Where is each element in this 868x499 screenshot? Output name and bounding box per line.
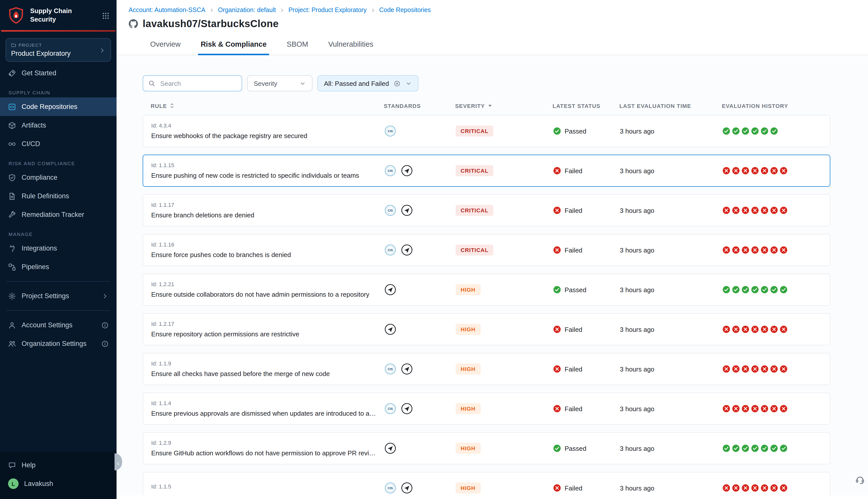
history-fail-icon — [722, 405, 731, 413]
rule-id: Id: 1.1.16 — [151, 242, 384, 247]
history-fail-icon — [751, 484, 759, 492]
rule-definitions-icon — [8, 192, 16, 200]
history-pass-icon — [732, 285, 740, 294]
sidebar-item-organization-settings[interactable]: Organization Settings — [0, 334, 117, 353]
history-pass-icon — [780, 444, 788, 452]
table-row[interactable]: Id: 4.3.4 Ensure webhooks of the package… — [143, 115, 830, 147]
sort-icon[interactable] — [169, 102, 176, 109]
chevron-down-icon — [406, 80, 412, 87]
cis-standard-icon: CIS — [384, 204, 396, 216]
sidebar-item-get-started[interactable]: Get Started — [0, 64, 117, 82]
table-row[interactable]: Id: 1.2.9 Ensure GitHub action workflows… — [143, 432, 830, 464]
sidebar-item-remediation-tracker[interactable]: Remediation Tracker — [0, 205, 117, 224]
history-fail-icon — [780, 405, 788, 413]
status-text: Failed — [565, 484, 582, 492]
table-row[interactable]: Id: 1.2.21 Ensure outside collaborators … — [143, 273, 830, 306]
evaluation-time: 3 hours ago — [620, 405, 722, 412]
table-row[interactable]: Id: 1.2.17 Ensure repository action perm… — [143, 313, 830, 345]
breadcrumb: Account: Automation-SSCAOrganization: de… — [129, 7, 856, 14]
sidebar-item-project-settings[interactable]: Project Settings — [0, 287, 117, 305]
sidebar-item-artifacts[interactable]: Artifacts — [0, 116, 117, 135]
sort-desc-icon[interactable] — [487, 102, 493, 109]
breadcrumb-link-project-product-exploratory[interactable]: Project: Product Exploratory — [288, 7, 366, 14]
sidebar-item-ci-cd[interactable]: CI/CD — [0, 135, 117, 153]
status-cell: Failed — [553, 484, 620, 492]
standards-cell: CIS — [384, 125, 456, 137]
breadcrumb-link-organization-default[interactable]: Organization: default — [218, 7, 276, 14]
column-header-rule[interactable]: RULE — [143, 102, 384, 109]
table-row[interactable]: Id: 1.1.16 Ensure force pushes code to b… — [143, 234, 830, 266]
history-fail-icon — [770, 206, 778, 214]
tab-risk-compliance[interactable]: Risk & Compliance — [193, 35, 274, 55]
history-fail-icon — [742, 484, 749, 492]
breadcrumb-link-account-automation-ssca[interactable]: Account: Automation-SSCA — [129, 7, 205, 14]
tab-vulnerabilities[interactable]: Vulnerabilities — [321, 35, 381, 55]
chevron-down-icon — [299, 80, 306, 87]
history-pass-icon — [770, 285, 778, 294]
history-fail-icon — [760, 206, 769, 214]
history-fail-icon — [760, 246, 769, 254]
search-box[interactable] — [143, 75, 242, 92]
rocket-icon — [8, 69, 16, 77]
svg-text:CIS: CIS — [388, 486, 393, 490]
history-fail-icon — [780, 167, 788, 175]
sidebar-item-account-settings[interactable]: Account Settings — [0, 316, 117, 334]
sidebar-item-code-repositories[interactable]: Code Repositories — [0, 97, 117, 116]
breadcrumb-link-code-repositories[interactable]: Code Repositories — [379, 7, 431, 14]
divider — [7, 310, 110, 311]
table-row[interactable]: Id: 1.1.17 Ensure branch deletions are d… — [143, 194, 830, 227]
failed-icon — [553, 484, 561, 492]
table-row[interactable]: Id: 1.1.9 Ensure all checks have passed … — [143, 353, 830, 385]
sidebar-item-label: Pipelines — [22, 263, 49, 271]
evaluation-time: 3 hours ago — [620, 127, 722, 135]
severity-filter[interactable]: Severity — [247, 75, 312, 92]
history-fail-icon — [760, 405, 769, 413]
sidebar-item-rule-definitions[interactable]: Rule Definitions — [0, 187, 117, 205]
severity-badge: CRITICAL — [456, 125, 494, 136]
rule-cell: Id: 1.1.16 Ensure force pushes code to b… — [143, 242, 384, 258]
rule-name: Ensure all checks have passed before the… — [151, 370, 384, 378]
search-input[interactable] — [159, 79, 237, 88]
sidebar-item-help[interactable]: Help — [0, 456, 117, 474]
sidebar-item-label: Help — [22, 461, 36, 469]
history-fail-icon — [770, 325, 778, 333]
severity-cell: HIGH — [456, 284, 553, 295]
rule-cell: Id: 4.3.4 Ensure webhooks of the package… — [143, 122, 384, 139]
sidebar-item-pipelines[interactable]: Pipelines — [0, 257, 117, 276]
sidebar-item-user[interactable]: L Lavakush — [0, 474, 117, 493]
severity-cell: CRITICAL — [456, 165, 553, 176]
table-row[interactable]: Id: 1.1.4 Ensure previous approvals are … — [143, 392, 830, 425]
severity-cell: HIGH — [456, 403, 553, 414]
evaluation-time: 3 hours ago — [620, 167, 722, 174]
rule-cell: Id: 1.1.9 Ensure all checks have passed … — [143, 361, 384, 378]
app-switcher-icon[interactable] — [102, 12, 109, 19]
project-selector[interactable]: PROJECT Product Exploratory — [5, 38, 111, 62]
sidebar-item-label: Rule Definitions — [22, 192, 69, 200]
passed-icon — [553, 127, 561, 135]
sidebar-item-label: Artifacts — [22, 121, 46, 129]
status-cell: Passed — [553, 285, 620, 294]
column-header-severity[interactable]: SEVERITY — [455, 102, 553, 109]
sidebar-item-label: CI/CD — [22, 140, 40, 148]
sidebar-item-integrations[interactable]: Integrations — [0, 239, 117, 257]
table-row[interactable]: Id: 1.1.15 Ensure pushing of new code is… — [143, 155, 830, 187]
standards-cell — [384, 323, 456, 335]
sidebar-item-compliance[interactable]: Compliance — [0, 168, 117, 187]
passed-icon — [553, 285, 561, 294]
tab-sbom[interactable]: SBOM — [279, 35, 316, 55]
rule-name: Ensure pushing of new code is restricted… — [151, 172, 384, 179]
evaluation-history — [722, 365, 830, 373]
history-fail-icon — [780, 365, 788, 373]
status-cell: Passed — [553, 127, 620, 135]
sidebar-item-label: Get Started — [22, 69, 56, 77]
status-filter[interactable]: All: Passed and Failed — [317, 75, 419, 92]
history-fail-icon — [760, 167, 769, 175]
column-label: SEVERITY — [455, 103, 485, 109]
tab-overview[interactable]: Overview — [143, 35, 188, 55]
history-fail-icon — [732, 206, 740, 214]
failed-icon — [553, 325, 561, 333]
brand-line2: Security — [30, 15, 97, 24]
table-row[interactable]: Id: 1.1.5 CIS HIGH Failed 3 hours ago — [143, 472, 830, 496]
support-chat-icon[interactable] — [855, 475, 865, 485]
clear-filter-icon[interactable] — [394, 80, 401, 87]
